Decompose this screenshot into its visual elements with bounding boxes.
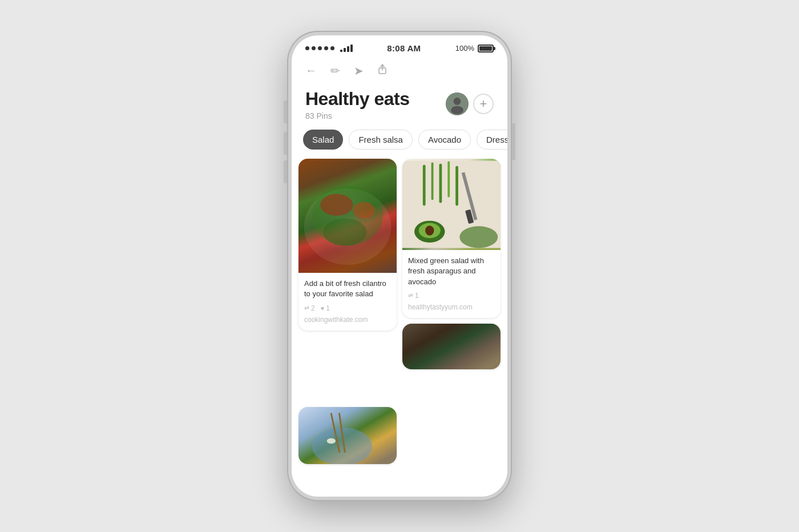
filter-tabs: Salad Fresh salsa Avocado Dressing D bbox=[292, 130, 507, 159]
battery-fill bbox=[479, 46, 492, 51]
pin-desc-asparagus: Mixed green salad with fresh asparagus a… bbox=[408, 256, 495, 287]
repin-icon: ⇌ bbox=[304, 304, 309, 312]
svg-point-20 bbox=[425, 225, 434, 235]
right-column: Mixed green salad with fresh asparagus a… bbox=[402, 159, 501, 401]
svg-point-9 bbox=[323, 219, 366, 246]
like-icon: ♥ bbox=[321, 305, 325, 312]
pin-card-asian[interactable] bbox=[298, 407, 397, 464]
pin-source-cilantro: cookingwithkate.com bbox=[304, 316, 391, 324]
pin-image-asparagus bbox=[402, 159, 501, 250]
filter-tab-dressing[interactable]: Dressing bbox=[477, 130, 507, 150]
repin-number-2: 1 bbox=[415, 292, 419, 300]
back-button[interactable]: ← bbox=[305, 64, 317, 77]
repin-number: 2 bbox=[311, 304, 315, 312]
pin-source-asparagus: healthytastyyum.com bbox=[408, 303, 495, 311]
signal-dot-4 bbox=[324, 46, 328, 50]
svg-point-4 bbox=[451, 106, 463, 115]
pin-content-asparagus: Mixed green salad with fresh asparagus a… bbox=[402, 250, 501, 318]
nav-bar: ← ✏ ➤ bbox=[292, 58, 507, 84]
pin-repin-count-asparagus: ⇌ 1 bbox=[408, 292, 419, 300]
avatar[interactable] bbox=[445, 91, 470, 116]
like-number: 1 bbox=[326, 304, 330, 312]
pin-card-dark[interactable] bbox=[402, 324, 501, 369]
board-pin-count: 83 Pins bbox=[305, 111, 410, 120]
filter-tab-salad[interactable]: Salad bbox=[303, 130, 343, 150]
pin-meta-asparagus: ⇌ 1 bbox=[408, 292, 495, 300]
repin-icon-2: ⇌ bbox=[408, 292, 413, 299]
signal-dot-5 bbox=[330, 46, 334, 50]
pin-meta-cilantro: ⇌ 2 ♥ 1 bbox=[304, 304, 391, 312]
avatar-image bbox=[446, 92, 469, 115]
svg-point-25 bbox=[327, 438, 336, 444]
board-info: Healthy eats 83 Pins bbox=[305, 89, 410, 120]
pin-card-asparagus[interactable]: Mixed green salad with fresh asparagus a… bbox=[402, 159, 501, 318]
phone-frame: 8:08 AM 100% ← ✏ ➤ bbox=[288, 32, 511, 500]
svg-point-7 bbox=[320, 194, 353, 216]
pin-image-cilantro bbox=[298, 159, 397, 273]
status-bar: 8:08 AM 100% bbox=[292, 35, 507, 58]
edit-button[interactable]: ✏ bbox=[330, 64, 340, 78]
pin-desc-cilantro: Add a bit of fresh cilantro to your favo… bbox=[304, 279, 391, 299]
battery-percentage: 100% bbox=[455, 44, 474, 53]
signal-dot-3 bbox=[318, 46, 322, 50]
battery-area: 100% bbox=[455, 44, 494, 53]
filter-tab-fresh-salsa[interactable]: Fresh salsa bbox=[349, 130, 413, 150]
phone-screen: 8:08 AM 100% ← ✏ ➤ bbox=[292, 35, 507, 497]
battery-icon bbox=[478, 45, 494, 53]
board-header: Healthy eats 83 Pins + bbox=[292, 84, 507, 130]
pin-image-asian bbox=[298, 407, 397, 464]
svg-point-8 bbox=[353, 202, 375, 219]
board-actions: + bbox=[445, 91, 494, 116]
svg-point-21 bbox=[459, 226, 498, 248]
signal-dot-1 bbox=[305, 46, 309, 50]
pin-content-cilantro: Add a bit of fresh cilantro to your favo… bbox=[298, 273, 397, 330]
filter-tab-avocado[interactable]: Avocado bbox=[418, 130, 471, 150]
signal-area bbox=[305, 45, 353, 52]
pin-repin-count-cilantro: ⇌ 2 bbox=[304, 304, 315, 312]
signal-dot-2 bbox=[312, 46, 316, 50]
share-button[interactable] bbox=[377, 63, 388, 78]
pin-grid: Add a bit of fresh cilantro to your favo… bbox=[292, 159, 507, 497]
status-time: 8:08 AM bbox=[387, 43, 421, 53]
pin-image-dark bbox=[402, 324, 501, 369]
send-button[interactable]: ➤ bbox=[354, 64, 364, 78]
board-title: Healthy eats bbox=[305, 89, 410, 109]
pin-card-cilantro[interactable]: Add a bit of fresh cilantro to your favo… bbox=[298, 159, 397, 330]
wifi-icon bbox=[340, 45, 353, 52]
add-collaborator-button[interactable]: + bbox=[473, 94, 494, 114]
svg-point-3 bbox=[454, 98, 461, 105]
pin-like-count-cilantro: ♥ 1 bbox=[321, 304, 330, 312]
